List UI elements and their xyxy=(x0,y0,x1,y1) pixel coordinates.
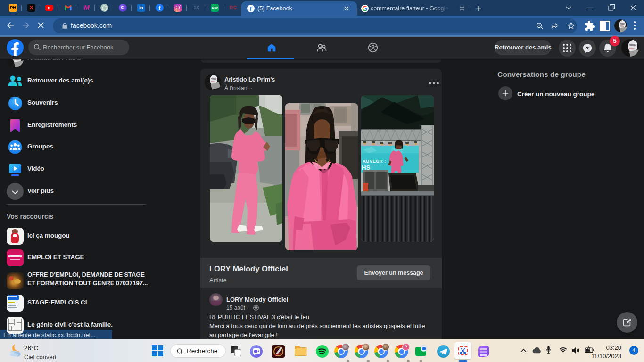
svg-text:AUVEUR :: AUVEUR : xyxy=(363,158,386,164)
